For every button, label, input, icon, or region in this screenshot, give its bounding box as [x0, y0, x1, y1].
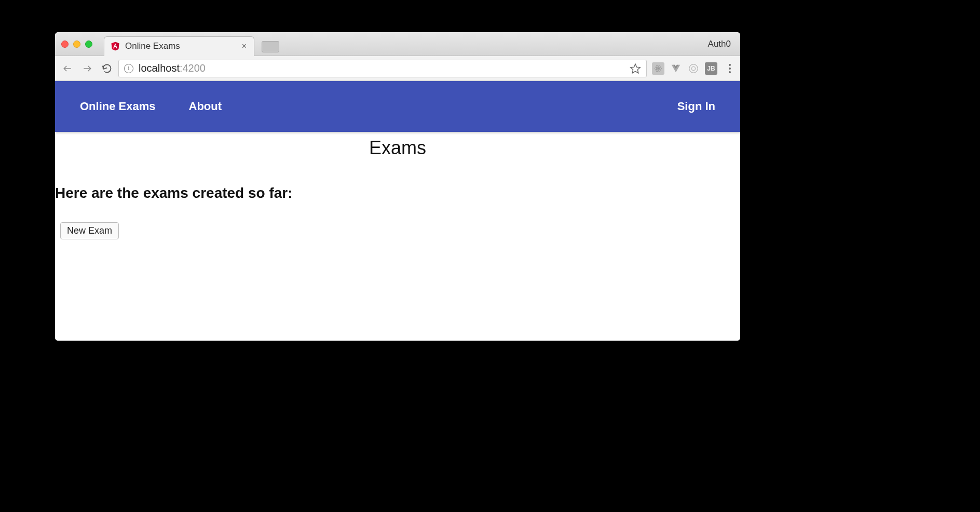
browser-toolbar: i localhost:4200 JB: [55, 56, 740, 81]
site-info-icon[interactable]: i: [124, 64, 133, 73]
close-window-button[interactable]: [61, 41, 69, 48]
back-button[interactable]: [59, 60, 76, 77]
vue-devtools-icon[interactable]: [670, 62, 682, 75]
maximize-window-button[interactable]: [85, 41, 92, 48]
nav-about-link[interactable]: About: [189, 100, 222, 113]
page-viewport: Online Exams About Sign In Exams Here ar…: [55, 81, 740, 341]
page-content: Exams Here are the exams created so far:…: [55, 132, 740, 250]
bookmark-star-icon[interactable]: [630, 63, 641, 74]
titlebar: Online Exams × Auth0: [55, 32, 740, 56]
browser-menu-icon[interactable]: [724, 64, 736, 73]
minimize-window-button[interactable]: [73, 41, 80, 48]
svg-point-5: [658, 68, 659, 69]
browser-window: Online Exams × Auth0 i localhost:4200: [55, 32, 740, 341]
svg-point-11: [689, 64, 698, 73]
url-text: localhost:4200: [139, 62, 206, 74]
svg-point-12: [691, 66, 695, 70]
close-tab-icon[interactable]: ×: [242, 42, 247, 51]
svg-marker-4: [631, 64, 640, 73]
extension-icons: JB: [652, 62, 717, 75]
page-heading: Exams: [55, 137, 740, 159]
forward-button[interactable]: [79, 60, 96, 77]
app-navbar: Online Exams About Sign In: [55, 81, 740, 132]
angular-favicon-icon: [111, 41, 120, 51]
page-subheading: Here are the exams created so far:: [55, 185, 740, 201]
browser-tab[interactable]: Online Exams ×: [104, 36, 254, 56]
extension-circle-icon[interactable]: [687, 62, 700, 75]
react-devtools-icon[interactable]: [652, 62, 664, 75]
url-host: localhost: [139, 62, 180, 74]
window-controls: [61, 41, 92, 48]
new-exam-button[interactable]: New Exam: [60, 222, 119, 239]
nav-signin-link[interactable]: Sign In: [677, 100, 715, 113]
profile-label[interactable]: Auth0: [708, 39, 734, 49]
new-tab-button[interactable]: [262, 41, 279, 52]
address-bar[interactable]: i localhost:4200: [118, 60, 647, 77]
url-port: :4200: [180, 62, 206, 74]
tab-title: Online Exams: [125, 41, 237, 51]
reload-button[interactable]: [99, 60, 115, 77]
nav-brand-link[interactable]: Online Exams: [80, 100, 156, 113]
jetbrains-extension-icon[interactable]: JB: [705, 62, 717, 75]
